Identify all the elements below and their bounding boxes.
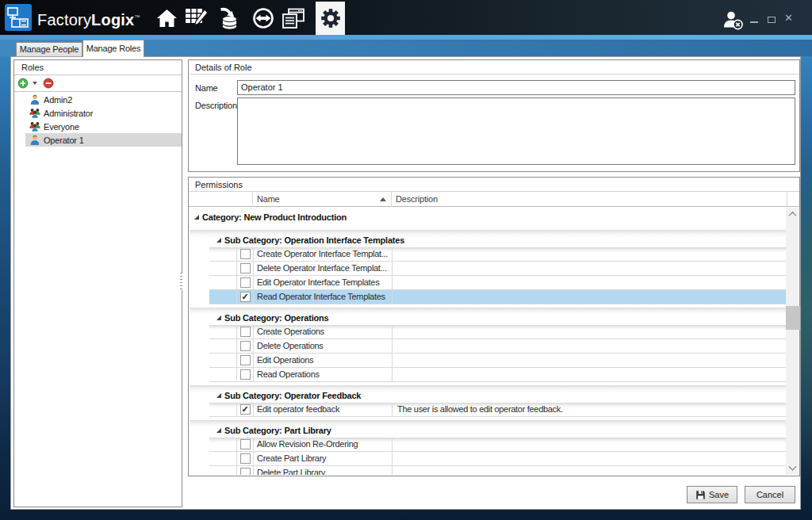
subcategory-group-row[interactable]: Sub Category: Operator Feedback	[190, 385, 786, 403]
permission-name: Edit Operator Interface Templates	[254, 276, 393, 289]
category-group-row[interactable]: Category: New Product Introduction	[190, 208, 786, 227]
permission-checkbox[interactable]: ✓	[240, 292, 251, 302]
permission-description	[393, 290, 786, 304]
permission-checkbox[interactable]	[240, 355, 251, 365]
details-of-role-title: Details of Role	[189, 60, 799, 75]
cancel-button[interactable]: Cancel	[745, 486, 795, 503]
permission-row[interactable]: Create Operations	[209, 325, 786, 339]
permission-description	[393, 325, 786, 338]
permission-checkbox[interactable]	[240, 341, 251, 351]
maximize-button[interactable]	[768, 17, 776, 23]
vertical-scrollbar[interactable]	[786, 208, 799, 475]
permission-row[interactable]: Create Operator Interface Templat...	[209, 247, 786, 262]
permission-row[interactable]: Create Part Library	[209, 452, 786, 466]
home-icon[interactable]	[156, 7, 178, 29]
permission-description	[393, 452, 786, 465]
tab-page: Roles Admin2AdministratorEveryoneOperato…	[10, 56, 801, 510]
roles-panel: Roles Admin2AdministratorEveryoneOperato…	[13, 59, 182, 507]
expander-icon[interactable]	[216, 393, 221, 398]
permission-row[interactable]: Delete Operator Interface Templat...	[209, 262, 786, 276]
close-button[interactable]: ✕	[784, 12, 793, 24]
permission-name: Delete Part Library	[254, 466, 393, 475]
save-button[interactable]: Save	[687, 486, 737, 503]
permission-row[interactable]: ✓Read Operator Interface Templates	[209, 290, 786, 304]
production-icon[interactable]	[219, 7, 240, 29]
permission-description	[393, 276, 786, 289]
permission-name: Read Operator Interface Templates	[254, 290, 393, 304]
permission-description	[393, 438, 786, 451]
permission-row[interactable]: Allow Revision Re-Ordering	[209, 438, 786, 452]
expander-icon[interactable]	[216, 238, 221, 243]
permission-row[interactable]: Edit Operations	[209, 354, 786, 368]
user-group-icon	[29, 121, 40, 132]
description-label: Description	[195, 101, 237, 110]
column-header-name[interactable]: Name	[253, 192, 392, 207]
column-header-checkbox[interactable]	[189, 192, 253, 207]
expander-icon[interactable]	[216, 428, 221, 433]
permissions-table-header: Name Description	[189, 192, 799, 207]
permission-checkbox[interactable]	[240, 369, 251, 380]
details-of-role-panel: Details of Role Name Operator 1 Descript…	[188, 59, 800, 172]
expander-icon[interactable]	[216, 315, 221, 320]
single-user-icon	[29, 135, 40, 145]
permission-row[interactable]: Edit Operator Interface Templates	[209, 276, 786, 290]
transfer-icon[interactable]	[252, 7, 274, 29]
panel-splitter-grip[interactable]	[180, 273, 182, 290]
remove-role-icon[interactable]	[43, 78, 54, 89]
role-list-item[interactable]: Everyone	[25, 120, 182, 133]
permission-row[interactable]: Delete Part Library	[209, 466, 786, 475]
permission-row[interactable]: Read Operations	[209, 368, 786, 382]
permission-description	[393, 466, 786, 475]
minimize-button[interactable]	[750, 21, 758, 23]
factorylogix-logo-icon	[5, 4, 32, 31]
permission-checkbox[interactable]	[240, 263, 251, 273]
documents-icon[interactable]	[282, 7, 305, 29]
add-role-icon[interactable]	[17, 78, 29, 89]
permission-name: Create Operator Interface Templat...	[254, 247, 393, 261]
permission-row[interactable]: Delete Operations	[209, 339, 786, 354]
settings-gear-icon[interactable]	[320, 7, 342, 29]
tab-manage-roles[interactable]: Manage Roles	[82, 40, 144, 57]
scroll-down-icon[interactable]	[786, 462, 799, 475]
permission-name: Allow Revision Re-Ordering	[254, 438, 393, 451]
subcategory-group-row[interactable]: Sub Category: Operation Interface Templa…	[190, 230, 786, 247]
permission-row[interactable]: ✓Edit operator feedbackThe user is allow…	[209, 403, 786, 417]
permission-checkbox[interactable]	[240, 453, 251, 464]
permission-name: Create Part Library	[254, 452, 393, 465]
permission-checkbox[interactable]: ✓	[240, 404, 251, 415]
permission-checkbox[interactable]	[240, 439, 251, 449]
roles-panel-title: Roles	[14, 60, 182, 75]
role-list-item[interactable]: Administrator	[25, 106, 182, 120]
scrollbar-thumb[interactable]	[786, 306, 800, 330]
permissions-panel: Permissions Name Description Category: N…	[188, 177, 800, 476]
subcategory-group-row[interactable]: Sub Category: Operations	[190, 308, 786, 325]
role-list-item[interactable]: Operator 1	[25, 133, 182, 147]
permission-checkbox[interactable]	[240, 277, 251, 288]
subcategory-group-row[interactable]: Sub Category: Part Library	[190, 420, 786, 438]
permission-description	[393, 247, 786, 261]
add-role-dropdown-icon[interactable]	[33, 82, 37, 85]
permission-description	[393, 354, 786, 367]
name-field[interactable]: Operator 1	[237, 80, 795, 95]
save-floppy-icon	[695, 490, 706, 500]
app-title: FactoryLogix™	[37, 0, 140, 35]
permission-checkbox[interactable]	[240, 468, 251, 475]
permission-description	[393, 262, 786, 275]
logout-user-icon[interactable]	[722, 10, 744, 34]
single-user-icon	[29, 94, 40, 105]
permission-name: Create Operations	[254, 325, 393, 338]
permission-checkbox[interactable]	[240, 327, 251, 337]
role-list-item[interactable]: Admin2	[25, 93, 182, 106]
permission-description: The user is allowed to edit operator fee…	[393, 403, 786, 416]
roles-toolbar	[14, 75, 182, 92]
description-field[interactable]	[237, 98, 795, 165]
permission-checkbox[interactable]	[240, 249, 251, 259]
permissions-title: Permissions	[189, 178, 799, 192]
permission-name: Edit operator feedback	[254, 403, 393, 416]
column-header-description[interactable]: Description	[392, 192, 787, 207]
scroll-up-icon[interactable]	[786, 208, 799, 220]
tab-manage-people[interactable]: Manage People	[16, 42, 82, 57]
permission-description	[393, 339, 786, 353]
expander-icon[interactable]	[194, 215, 199, 220]
planning-icon[interactable]	[185, 7, 209, 29]
